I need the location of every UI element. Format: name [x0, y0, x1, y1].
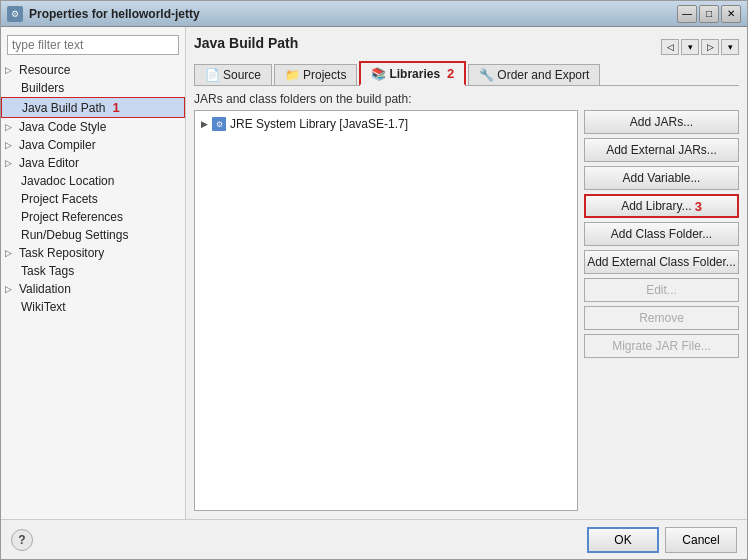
nav-dropdown-button[interactable]: ▾	[681, 39, 699, 55]
content-row: JARs and class folders on the build path…	[194, 92, 739, 511]
main-panel: Java Build Path ◁ ▾ ▷ ▾ 📄 Source 📁 Proje…	[186, 27, 747, 519]
tabs-row: 📄 Source 📁 Projects 📚 Libraries 2 🔧 Orde…	[194, 61, 739, 86]
cancel-button[interactable]: Cancel	[665, 527, 737, 553]
remove-button[interactable]: Remove	[584, 306, 739, 330]
sidebar-item-validation[interactable]: ▷ Validation	[1, 280, 185, 298]
add-external-jars-button[interactable]: Add External JARs...	[584, 138, 739, 162]
sidebar-item-javadoc-location[interactable]: Javadoc Location	[1, 172, 185, 190]
minimize-button[interactable]: —	[677, 5, 697, 23]
add-jars-button[interactable]: Add JARs...	[584, 110, 739, 134]
expand-arrow-icon: ▷	[5, 140, 15, 150]
maximize-button[interactable]: □	[699, 5, 719, 23]
tree-expand-arrow-icon: ▶	[201, 119, 208, 129]
add-variable-button[interactable]: Add Variable...	[584, 166, 739, 190]
annotation-badge-2: 2	[447, 66, 454, 81]
window-icon: ⚙	[7, 6, 23, 22]
nav-forward-button[interactable]: ▷	[701, 39, 719, 55]
order-icon: 🔧	[479, 68, 493, 82]
expand-arrow-icon: ▷	[5, 65, 15, 75]
expand-arrow-icon: ▷	[5, 122, 15, 132]
tab-order-export[interactable]: 🔧 Order and Export	[468, 64, 600, 85]
sidebar-item-resource[interactable]: ▷ Resource	[1, 61, 185, 79]
ok-button[interactable]: OK	[587, 527, 659, 553]
filter-input[interactable]	[7, 35, 179, 55]
help-button[interactable]: ?	[11, 529, 33, 551]
title-bar-buttons: — □ ✕	[677, 5, 741, 23]
sidebar-item-wikitext[interactable]: WikiText	[1, 298, 185, 316]
sidebar-item-java-build-path[interactable]: Java Build Path 1	[1, 97, 185, 118]
annotation-badge-3: 3	[695, 199, 702, 214]
projects-icon: 📁	[285, 68, 299, 82]
title-bar: ⚙ Properties for helloworld-jetty — □ ✕	[1, 1, 747, 27]
buttons-column: Add JARs... Add External JARs... Add Var…	[584, 92, 739, 511]
tab-source[interactable]: 📄 Source	[194, 64, 272, 85]
expand-arrow-icon: ▷	[5, 248, 15, 258]
panel-header: Java Build Path ◁ ▾ ▷ ▾	[194, 35, 739, 59]
window-title: Properties for helloworld-jetty	[29, 7, 200, 21]
library-tree[interactable]: ▶ ⚙ JRE System Library [JavaSE-1.7]	[194, 110, 578, 511]
title-bar-left: ⚙ Properties for helloworld-jetty	[7, 6, 200, 22]
migrate-jar-button[interactable]: Migrate JAR File...	[584, 334, 739, 358]
sidebar-item-java-compiler[interactable]: ▷ Java Compiler	[1, 136, 185, 154]
properties-dialog: ⚙ Properties for helloworld-jetty — □ ✕ …	[0, 0, 748, 560]
library-section: JARs and class folders on the build path…	[194, 92, 578, 511]
content-area: ▷ Resource Builders Java Build Path 1 ▷ …	[1, 27, 747, 519]
add-external-class-folder-button[interactable]: Add External Class Folder...	[584, 250, 739, 274]
tree-item-jre[interactable]: ▶ ⚙ JRE System Library [JavaSE-1.7]	[199, 115, 573, 133]
sidebar-item-project-references[interactable]: Project References	[1, 208, 185, 226]
libraries-icon: 📚	[371, 67, 385, 81]
edit-button[interactable]: Edit...	[584, 278, 739, 302]
sidebar-item-task-repository[interactable]: ▷ Task Repository	[1, 244, 185, 262]
sidebar-item-task-tags[interactable]: Task Tags	[1, 262, 185, 280]
source-icon: 📄	[205, 68, 219, 82]
tab-projects[interactable]: 📁 Projects	[274, 64, 357, 85]
nav-dropdown2-button[interactable]: ▾	[721, 39, 739, 55]
add-class-folder-button[interactable]: Add Class Folder...	[584, 222, 739, 246]
sidebar-item-java-editor[interactable]: ▷ Java Editor	[1, 154, 185, 172]
panel-title: Java Build Path	[194, 35, 298, 51]
annotation-badge-1: 1	[112, 100, 119, 115]
close-button[interactable]: ✕	[721, 5, 741, 23]
sidebar: ▷ Resource Builders Java Build Path 1 ▷ …	[1, 27, 186, 519]
sidebar-item-java-code-style[interactable]: ▷ Java Code Style	[1, 118, 185, 136]
nav-back-button[interactable]: ◁	[661, 39, 679, 55]
add-library-button[interactable]: Add Library... 3	[584, 194, 739, 218]
expand-arrow-icon: ▷	[5, 158, 15, 168]
sidebar-item-project-facets[interactable]: Project Facets	[1, 190, 185, 208]
bottom-right: OK Cancel	[587, 527, 737, 553]
tab-libraries[interactable]: 📚 Libraries 2	[359, 61, 466, 86]
bottom-left: ?	[11, 529, 33, 551]
bottom-bar: ? OK Cancel	[1, 519, 747, 559]
sidebar-item-builders[interactable]: Builders	[1, 79, 185, 97]
jre-library-icon: ⚙	[212, 117, 226, 131]
lib-description: JARs and class folders on the build path…	[194, 92, 578, 106]
expand-arrow-icon: ▷	[5, 284, 15, 294]
sidebar-item-run-debug-settings[interactable]: Run/Debug Settings	[1, 226, 185, 244]
nav-arrows: ◁ ▾ ▷ ▾	[661, 39, 739, 55]
